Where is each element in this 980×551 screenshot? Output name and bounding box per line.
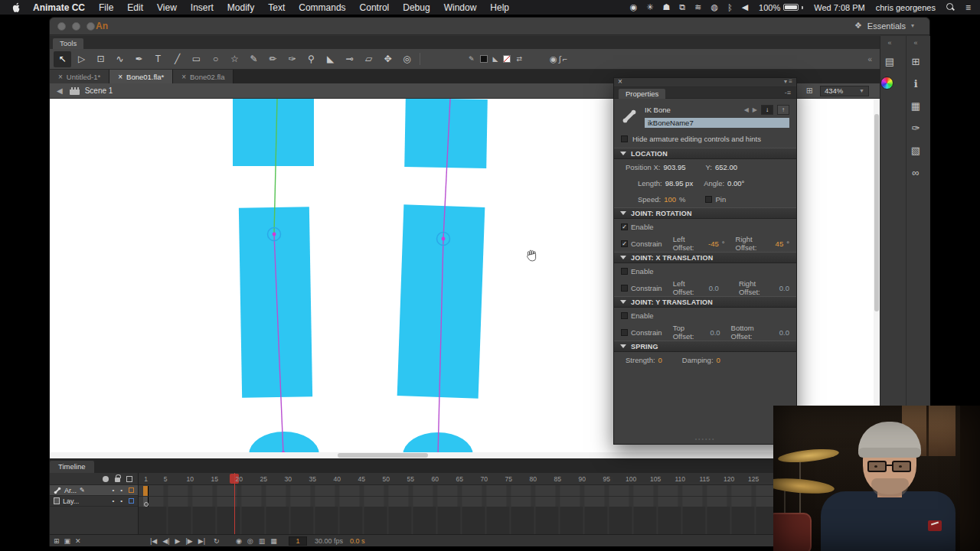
layer-lock-dot[interactable]: • — [120, 497, 122, 504]
menu-help[interactable]: Help — [483, 2, 516, 13]
display-icon[interactable]: ⧉ — [679, 2, 685, 12]
camera-button[interactable]: ◉ — [550, 54, 557, 64]
tab-close-icon[interactable]: × — [58, 73, 63, 81]
delete-layer-button[interactable]: ✕ — [75, 536, 81, 546]
lock-all-layers-icon[interactable] — [115, 478, 120, 482]
menu-insert[interactable]: Insert — [184, 2, 220, 13]
zoom-window-button[interactable] — [87, 22, 95, 31]
current-frame-field[interactable]: 1 — [289, 536, 307, 546]
edit-multiple-frames-button[interactable]: ▥ — [259, 536, 266, 546]
onion-skin-outlines-button[interactable]: ◎ — [247, 536, 253, 546]
fill-color-swatch[interactable] — [503, 55, 511, 63]
outline-all-layers-icon[interactable] — [126, 476, 132, 482]
align-panel-icon[interactable]: ⊞ — [906, 53, 925, 70]
edit-symbols-icon[interactable]: ⊞ — [806, 86, 813, 96]
properties-tab[interactable]: Properties — [619, 89, 665, 99]
bone-tool[interactable]: ⚲ — [302, 51, 320, 67]
menu-view[interactable]: View — [150, 2, 184, 13]
frame-ruler[interactable]: 1510152025303540455055606570758085909510… — [139, 473, 880, 485]
library-panel-icon[interactable]: ▤ — [880, 53, 899, 70]
workspace-switcher[interactable]: ❖ Essentials ▾ — [854, 21, 914, 31]
rotation-left-offset-value[interactable]: -45 — [708, 240, 719, 248]
position-y-value[interactable]: 652.00 — [715, 163, 737, 171]
pin-checkbox[interactable] — [705, 196, 712, 203]
layer-outline-swatch[interactable] — [129, 498, 134, 504]
menu-text[interactable]: Text — [261, 2, 292, 13]
joint-dot-right[interactable] — [442, 237, 446, 241]
apple-menu[interactable] — [11, 2, 20, 13]
go-to-last-frame-button[interactable]: ▶| — [198, 536, 205, 546]
volume-icon[interactable]: ◀ — [742, 2, 748, 12]
step-back-button[interactable]: ◀| — [162, 536, 169, 546]
speed-value[interactable]: 100 — [664, 195, 676, 204]
zoom-tool[interactable]: ◎ — [398, 51, 416, 67]
section-joint-y-translation[interactable]: JOINT: Y TRANSLATION — [614, 296, 796, 308]
layer-keyframe-cell[interactable] — [143, 497, 149, 507]
x-constrain-checkbox[interactable] — [621, 285, 628, 292]
brush-tool[interactable]: ✏ — [264, 51, 282, 67]
collapse-panel-icon[interactable]: ▾ ≡ — [784, 78, 792, 85]
step-forward-button[interactable]: |▶ — [185, 536, 192, 546]
strength-value[interactable]: 0 — [658, 356, 662, 364]
swatches-panel-icon[interactable]: ▦ — [906, 97, 925, 114]
minimize-window-button[interactable] — [72, 22, 80, 31]
doc-tab-bone01-fla-[interactable]: ×Bone01.fla* — [109, 70, 173, 83]
collapse-panels-icon[interactable]: « — [880, 38, 899, 47]
sync-icon[interactable]: ◍ — [710, 2, 718, 12]
menu-animate-cc[interactable]: Animate CC — [26, 2, 92, 13]
empty-frame-area[interactable] — [139, 507, 880, 534]
menu-debug[interactable]: Debug — [396, 2, 436, 13]
shape-rect-right-top[interactable] — [404, 99, 488, 168]
rotation-right-offset-value[interactable]: 45 — [776, 240, 784, 248]
timeline-frames-pane[interactable]: 1510152025303540455055606570758085909510… — [139, 473, 880, 534]
section-joint-rotation[interactable]: JOINT: ROTATION — [614, 207, 796, 219]
code-snippets-panel-icon[interactable]: ∞ — [906, 164, 925, 181]
doc-tab-untitled-1-[interactable]: ×Untitled-1* — [50, 70, 109, 83]
hide-armature-checkbox[interactable] — [621, 135, 628, 142]
vertical-scrollbar[interactable] — [874, 99, 880, 452]
parent-bone-button[interactable]: ↑ — [777, 105, 789, 115]
notification-center-icon[interactable]: ≡ — [965, 2, 971, 13]
child-bone-button[interactable]: ↓ — [761, 105, 773, 115]
section-location[interactable]: LOCATION — [614, 148, 796, 159]
loop-button[interactable]: ↻ — [214, 536, 220, 546]
new-layer-button[interactable]: ⊞ — [54, 536, 60, 546]
bone-name-input[interactable]: ikBoneName7 — [645, 118, 789, 128]
lasso-tool[interactable]: ∿ — [111, 51, 129, 67]
color-panel-icon[interactable] — [880, 77, 893, 90]
layer-visibility-dot[interactable]: • — [112, 487, 114, 494]
paint-brush-tool[interactable]: ✑ — [283, 51, 301, 67]
layer-visibility-dot[interactable]: • — [112, 497, 114, 504]
hand-tool[interactable]: ✥ — [379, 51, 397, 67]
layer-name[interactable]: Lay... — [63, 497, 79, 505]
motion-curve-button[interactable]: ∫ — [559, 54, 561, 64]
close-window-button[interactable] — [57, 22, 66, 31]
horizontal-scrollbar-thumb[interactable] — [338, 453, 428, 458]
previous-bone-icon[interactable]: ◀ — [744, 106, 749, 113]
y-constrain-checkbox[interactable] — [621, 329, 628, 336]
layer-name[interactable]: Ar... — [64, 487, 77, 494]
text-tool[interactable]: T — [149, 51, 167, 67]
joint-dot-left[interactable] — [273, 233, 276, 236]
swap-colors-icon[interactable]: ⇄ — [516, 55, 522, 63]
layer-lock-dot[interactable]: • — [120, 487, 122, 494]
pencil-tool[interactable]: ✎ — [245, 51, 263, 67]
y-enable-checkbox[interactable] — [621, 312, 628, 319]
shape-rect-left-mid[interactable] — [239, 207, 312, 398]
next-bone-icon[interactable]: ▶ — [753, 106, 757, 113]
subselection-tool[interactable]: ▷ — [73, 51, 90, 67]
layer-row-armature[interactable]: Ar... ✎ • • — [50, 485, 138, 496]
wifi-icon[interactable]: ≋ — [694, 2, 701, 12]
section-joint-x-translation[interactable]: JOINT: X TRANSLATION — [614, 252, 796, 263]
rectangle-tool[interactable]: ▭ — [188, 51, 205, 67]
back-arrow-icon[interactable]: ◀ — [57, 86, 63, 95]
vertical-scrollbar-thumb[interactable] — [874, 114, 879, 311]
free-transform-tool[interactable]: ⊡ — [92, 51, 109, 67]
section-spring[interactable]: SPRING — [614, 341, 796, 352]
modify-markers-button[interactable]: ▦ — [270, 536, 277, 546]
tab-close-icon[interactable]: × — [181, 73, 186, 81]
app-status-icon[interactable]: ☗ — [662, 2, 670, 12]
panel-resize-grip[interactable]: •••••• — [695, 436, 716, 442]
frame-rate-field[interactable]: 30.00 fps — [315, 537, 343, 545]
spotlight-search-icon[interactable] — [946, 3, 955, 11]
